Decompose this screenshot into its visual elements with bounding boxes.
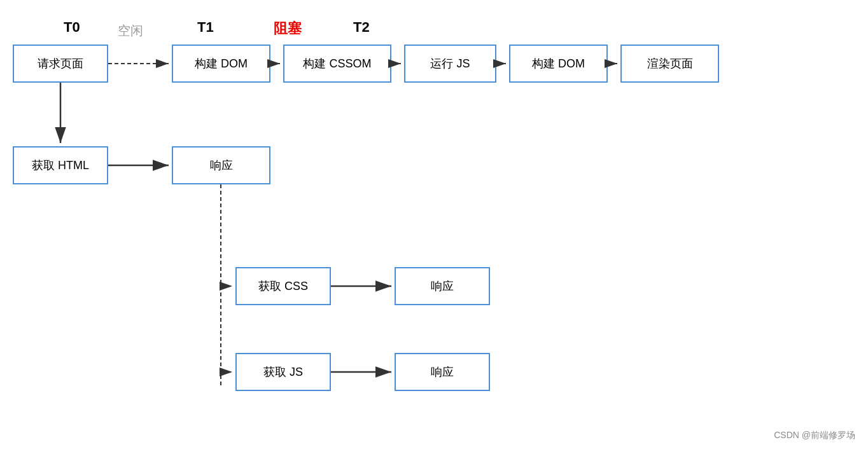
diagram-container: T0 空闲 T1 阻塞 T2 请求页面 构建 DOM 构建 CSSOM 运行 J…	[0, 0, 868, 454]
box-xiangying2: 响应	[395, 267, 490, 305]
box-xuanran: 渲染页面	[620, 45, 719, 83]
box-huquhtml: 获取 HTML	[13, 146, 108, 184]
box-jiangcssom: 构建 CSSOM	[283, 45, 391, 83]
label-t0: T0	[64, 19, 80, 36]
box-huqujs: 获取 JS	[235, 353, 331, 391]
box-xiangying3: 响应	[395, 353, 490, 391]
label-t1: T1	[197, 19, 214, 36]
box-jiangdom2: 构建 DOM	[509, 45, 608, 83]
label-t2: T2	[353, 19, 370, 36]
box-jiangdom1: 构建 DOM	[172, 45, 270, 83]
watermark: CSDN @前端修罗场	[774, 430, 855, 441]
box-yunxingjs: 运行 JS	[404, 45, 496, 83]
label-kongxian: 空闲	[118, 22, 143, 39]
box-xiangying1: 响应	[172, 146, 270, 184]
box-huqucss: 获取 CSS	[235, 267, 331, 305]
label-zusai: 阻塞	[274, 19, 302, 38]
box-qingqiu: 请求页面	[13, 45, 108, 83]
